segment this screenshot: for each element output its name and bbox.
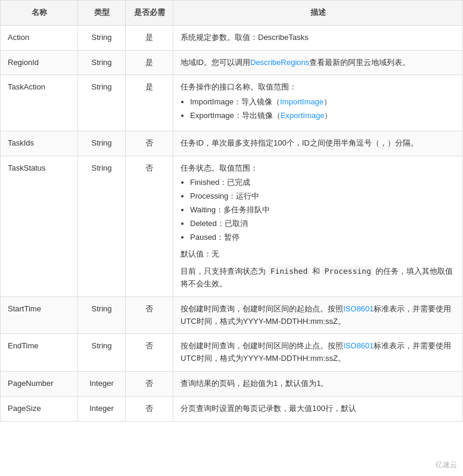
cell-required: 否 (126, 396, 173, 421)
cell-name: StartTime (1, 296, 78, 334)
cell-required: 是 (126, 25, 173, 50)
cell-required: 是 (126, 50, 173, 75)
cell-desc: 任务操作的接口名称。取值范围：ImportImage：导入镜像（ImportIm… (173, 75, 463, 131)
cell-type: Integer (78, 371, 126, 396)
cell-desc: 按创建时间查询，创建时间区间的起始点。按照ISO8601标准表示，并需要使用UT… (173, 296, 463, 334)
cell-name: Action (1, 25, 78, 50)
cell-type: String (78, 296, 126, 334)
table-row: ActionString是系统规定参数。取值：DescribeTasks (1, 25, 463, 50)
cell-type: String (78, 131, 126, 156)
cell-required: 否 (126, 296, 173, 334)
cell-name: TaskStatus (1, 156, 78, 296)
cell-desc: 分页查询时设置的每页记录数，最大值100行，默认 (173, 396, 463, 421)
cell-desc: 任务ID，单次最多支持指定100个，ID之间使用半角逗号（，）分隔。 (173, 131, 463, 156)
table-row: StartTimeString否按创建时间查询，创建时间区间的起始点。按照ISO… (1, 296, 463, 334)
table-row: EndTimeString否按创建时间查询，创建时间区间的终止点。按照ISO86… (1, 334, 463, 372)
cell-required: 否 (126, 156, 173, 296)
cell-name: TaskIds (1, 131, 78, 156)
table-row: PageNumberInteger否查询结果的页码，起始值为1，默认值为1。 (1, 371, 463, 396)
cell-required: 否 (126, 131, 173, 156)
cell-required: 否 (126, 371, 173, 396)
header-name: 名称 (1, 1, 78, 26)
cell-name: PageSize (1, 396, 78, 421)
cell-desc: 系统规定参数。取值：DescribeTasks (173, 25, 463, 50)
cell-name: RegionId (1, 50, 78, 75)
cell-required: 是 (126, 75, 173, 131)
cell-type: Integer (78, 396, 126, 421)
cell-type: String (78, 25, 126, 50)
cell-desc: 查询结果的页码，起始值为1，默认值为1。 (173, 371, 463, 396)
cell-name: EndTime (1, 334, 78, 372)
header-desc: 描述 (173, 1, 463, 26)
table-row: TaskActionString是任务操作的接口名称。取值范围：ImportIm… (1, 75, 463, 131)
cell-type: String (78, 75, 126, 131)
cell-desc: 地域ID。您可以调用DescribeRegions查看最新的阿里云地域列表。 (173, 50, 463, 75)
table-row: TaskStatusString否任务状态。取值范围：Finished：已完成P… (1, 156, 463, 296)
cell-type: String (78, 334, 126, 372)
cell-name: TaskAction (1, 75, 78, 131)
cell-name: PageNumber (1, 371, 78, 396)
cell-type: String (78, 50, 126, 75)
cell-desc: 按创建时间查询，创建时间区间的终止点。按照ISO8601标准表示，并需要使用UT… (173, 334, 463, 372)
cell-desc: 任务状态。取值范围：Finished：已完成Processing：运行中Wait… (173, 156, 463, 296)
cell-type: String (78, 156, 126, 296)
table-row: RegionIdString是地域ID。您可以调用DescribeRegions… (1, 50, 463, 75)
table-row: TaskIdsString否任务ID，单次最多支持指定100个，ID之间使用半角… (1, 131, 463, 156)
cell-required: 否 (126, 334, 173, 372)
header-required: 是否必需 (126, 1, 173, 26)
header-type: 类型 (78, 1, 126, 26)
table-row: PageSizeInteger否分页查询时设置的每页记录数，最大值100行，默认 (1, 396, 463, 421)
